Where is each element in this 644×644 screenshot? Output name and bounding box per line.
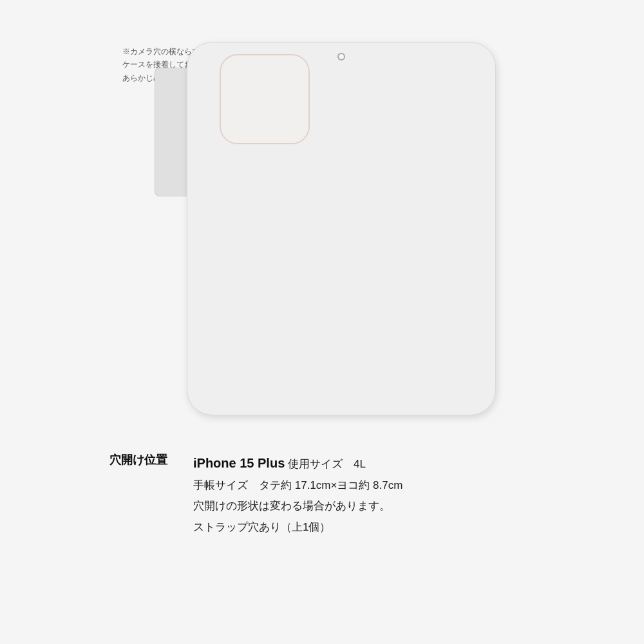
device-name: iPhone 15 Plus — [193, 456, 285, 470]
device-shape-note: 穴開けの形状は変わる場合があります。 — [193, 500, 390, 512]
page-container: ※カメラ穴の横ならびに上部は ケースを接着しておりません。 あらかじめご了承くだ… — [0, 0, 644, 644]
device-details: iPhone 15 Plus 使用サイズ 4L 手帳サイズ タテ約 17.1cm… — [193, 451, 402, 538]
device-notebook-size: 手帳サイズ タテ約 17.1cm×ヨコ約 8.7cm — [193, 479, 402, 491]
case-flap — [187, 42, 496, 415]
device-strap: ストラップ穴あり（上1個） — [193, 521, 330, 533]
info-block: 穴開け位置 iPhone 15 Plus 使用サイズ 4L 手帳サイズ タテ約 … — [109, 451, 535, 538]
info-section: 穴開け位置 iPhone 15 Plus 使用サイズ 4L 手帳サイズ タテ約 … — [71, 438, 573, 538]
case-body — [187, 42, 496, 415]
case-area: ※カメラ穴の横ならびに上部は ケースを接着しておりません。 あらかじめご了承くだ… — [97, 19, 547, 419]
camera-cutout-inner — [221, 55, 308, 143]
strap-hole — [337, 53, 345, 61]
case-spine — [155, 68, 190, 196]
device-size: 使用サイズ 4L — [288, 458, 366, 470]
camera-cutout — [220, 54, 310, 144]
hole-label: 穴開け位置 — [109, 451, 193, 468]
